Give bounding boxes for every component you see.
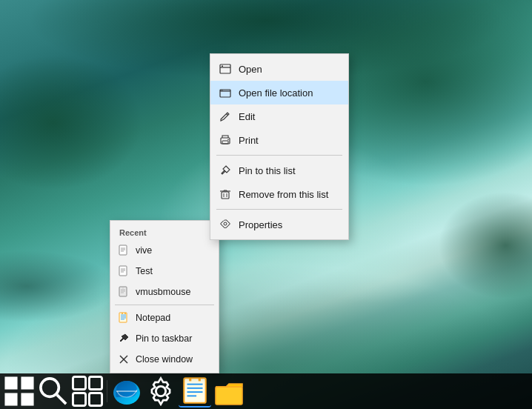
taskbar (0, 373, 532, 409)
context-open-label: Open (239, 64, 262, 75)
taskbar-explorer-button[interactable] (213, 375, 245, 408)
taskbar-start-button[interactable] (3, 375, 36, 408)
jump-item-pin-label: Pin to taskbar (136, 333, 192, 344)
jump-item-pin-taskbar[interactable]: Pin to taskbar (110, 328, 219, 349)
svg-rect-0 (119, 245, 127, 255)
context-open-file-location-label: Open file location (239, 87, 313, 99)
window-icon (219, 63, 231, 75)
context-item-open[interactable]: Open (210, 57, 348, 81)
svg-point-35 (224, 222, 227, 225)
context-item-pin[interactable]: Pin to this list (210, 159, 348, 182)
jump-item-vmusbmouse-label: vmusbmouse (136, 287, 190, 297)
context-item-print[interactable]: Print (210, 128, 348, 152)
pencil-icon (219, 110, 231, 122)
taskbar-task-view-button[interactable] (71, 375, 104, 408)
jump-item-close-label: Close window (136, 354, 193, 365)
context-properties-label: Properties (239, 219, 282, 230)
taskbar-settings-button[interactable] (144, 375, 177, 408)
jump-recent-header: Recent (110, 224, 219, 240)
jump-separator-1 (115, 305, 214, 305)
jump-item-notepad[interactable]: Notepad (110, 307, 219, 328)
jump-item-close-window[interactable]: Close window (110, 349, 219, 370)
svg-rect-37 (21, 376, 33, 389)
jump-list: Recent vive Test (110, 220, 219, 373)
svg-rect-24 (222, 66, 223, 67)
properties-icon (219, 219, 231, 230)
context-item-edit[interactable]: Edit (210, 104, 348, 128)
context-print-label: Print (239, 135, 259, 146)
svg-rect-43 (89, 376, 102, 389)
context-item-open-file-location[interactable]: Open file location (210, 81, 348, 104)
taskbar-search-button[interactable] (37, 375, 70, 408)
close-icon-jump (118, 353, 130, 365)
pin-icon (219, 164, 231, 176)
context-item-remove[interactable]: Remove from this list (210, 182, 348, 206)
context-edit-label: Edit (239, 111, 255, 122)
svg-rect-47 (184, 378, 205, 403)
svg-rect-39 (21, 393, 33, 405)
pin-icon-jump (118, 333, 130, 345)
trash-icon (219, 188, 231, 200)
svg-rect-28 (222, 141, 228, 144)
taskbar-notepad-button[interactable] (179, 375, 211, 408)
jump-item-test[interactable]: Test (110, 261, 219, 282)
svg-rect-31 (222, 192, 229, 199)
svg-rect-44 (73, 393, 85, 405)
svg-rect-45 (89, 393, 102, 405)
jump-item-notepad-label: Notepad (136, 313, 170, 323)
svg-rect-4 (119, 266, 127, 276)
jump-item-vive[interactable]: vive (110, 240, 219, 261)
svg-line-41 (57, 395, 66, 404)
jump-item-test-label: Test (136, 266, 153, 276)
context-separator-2 (216, 209, 342, 210)
svg-rect-36 (4, 376, 17, 389)
folder-icon (219, 87, 231, 99)
context-separator-1 (216, 155, 342, 156)
svg-point-29 (227, 139, 229, 141)
svg-point-40 (41, 379, 59, 396)
doc-icon-test (118, 265, 130, 277)
taskbar-separator-1 (107, 380, 107, 402)
context-pin-label: Pin to this list (239, 165, 296, 176)
notepad-icon-jump (118, 312, 130, 324)
print-icon (219, 134, 231, 146)
svg-line-26 (227, 114, 228, 116)
context-remove-label: Remove from this list (239, 189, 328, 200)
doc-icon-vive (118, 245, 130, 256)
doc-icon-vmusbmouse (118, 286, 130, 298)
taskbar-edge-button[interactable] (110, 375, 143, 408)
svg-rect-54 (216, 387, 242, 405)
svg-rect-42 (73, 376, 85, 389)
context-item-properties[interactable]: Properties (210, 213, 348, 236)
jump-item-vmusbmouse[interactable]: vmusbmouse (110, 282, 219, 302)
jump-item-vive-label: vive (136, 245, 152, 256)
context-menu: Open Open file location Edit (210, 53, 349, 240)
svg-rect-38 (4, 393, 17, 405)
